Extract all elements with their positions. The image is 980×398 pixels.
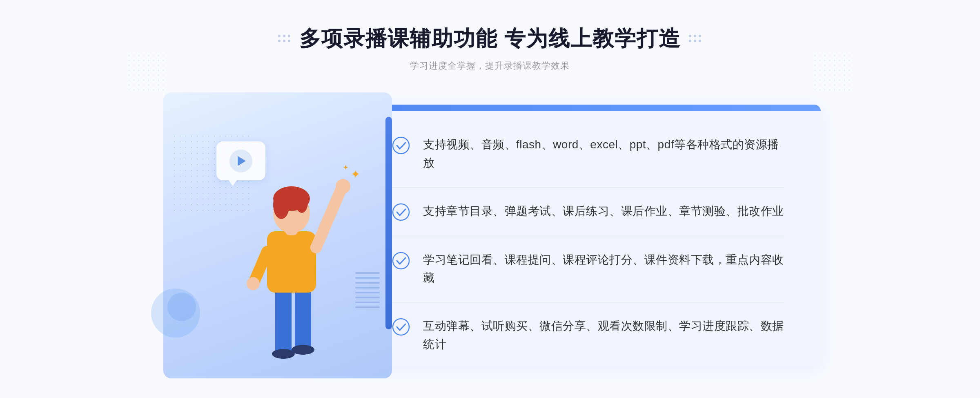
check-circle-icon-2 — [392, 203, 410, 221]
check-circle-icon-4 — [392, 318, 410, 336]
svg-text:✦: ✦ — [351, 168, 360, 181]
student-figure: ✦ ✦ — [222, 141, 361, 378]
svg-point-16 — [393, 137, 409, 154]
svg-line-11 — [255, 252, 267, 280]
svg-point-9 — [296, 192, 308, 213]
svg-rect-0 — [275, 288, 292, 354]
svg-point-8 — [273, 190, 290, 219]
svg-point-18 — [393, 253, 409, 269]
svg-point-3 — [292, 345, 314, 355]
feature-item-2: 支持章节目录、弹题考试、课后练习、课后作业、章节测验、批改作业 — [392, 188, 784, 236]
blue-side-bar — [385, 117, 392, 329]
svg-rect-1 — [295, 288, 311, 350]
feature-item-4: 互动弹幕、试听购买、微信分享、观看次数限制、学习进度跟踪、数据统计 — [392, 302, 784, 369]
dots-decoration-right — [813, 53, 853, 94]
svg-point-19 — [393, 319, 409, 335]
header-decorators: 多项录播课辅助功能 专为线上教学打造 — [278, 25, 702, 53]
decorator-right — [689, 35, 702, 43]
check-circle-icon-1 — [392, 136, 410, 154]
feature-text-2: 支持章节目录、弹题考试、课后练习、课后作业、章节测验、批改作业 — [423, 202, 784, 221]
subtitle: 学习进度全掌握，提升录播课教学效果 — [278, 60, 702, 72]
svg-point-2 — [272, 349, 295, 359]
circle-decoration-small — [167, 293, 196, 321]
feature-text-1: 支持视频、音频、flash、word、excel、ppt、pdf等各种格式的资源… — [423, 136, 784, 172]
feature-text-4: 互动弹幕、试听购买、微信分享、观看次数限制、学习进度跟踪、数据统计 — [423, 317, 784, 354]
header-section: 多项录播课辅助功能 专为线上教学打造 学习进度全掌握，提升录播课教学效果 — [278, 25, 702, 72]
content-area: » — [163, 92, 817, 378]
feature-item-1: 支持视频、音频、flash、word、excel、ppt、pdf等各种格式的资源… — [392, 121, 784, 188]
check-circle-icon-3 — [392, 252, 410, 270]
svg-text:✦: ✦ — [343, 163, 349, 172]
decorator-left — [278, 35, 291, 43]
svg-point-12 — [336, 179, 350, 194]
feature-item-3: 学习笔记回看、课程提问、课程评论打分、课件资料下载，重点内容收藏 — [392, 236, 784, 303]
feature-text-3: 学习笔记回看、课程提问、课程评论打分、课件资料下载，重点内容收藏 — [423, 251, 784, 288]
svg-line-10 — [316, 190, 341, 248]
svg-point-17 — [393, 204, 409, 220]
svg-point-13 — [247, 277, 260, 290]
page-wrapper: 多项录播课辅助功能 专为线上教学打造 学习进度全掌握，提升录播课教学效果 » — [0, 0, 980, 398]
main-title: 多项录播课辅助功能 专为线上教学打造 — [299, 25, 681, 53]
svg-rect-4 — [267, 231, 316, 293]
features-panel: 支持视频、音频、flash、word、excel、ppt、pdf等各种格式的资源… — [351, 92, 817, 389]
dots-decoration-left — [127, 53, 167, 94]
illustration-panel: ✦ ✦ — [163, 92, 392, 378]
